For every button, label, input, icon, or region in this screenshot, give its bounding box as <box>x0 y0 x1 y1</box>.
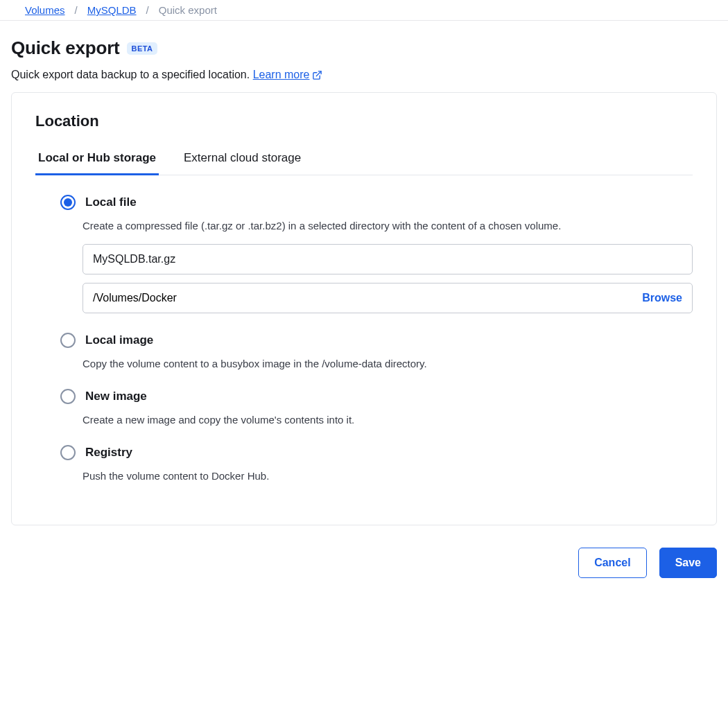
option-description: Push the volume content to Docker Hub. <box>83 470 693 482</box>
option-local-image: Local image Copy the volume content to a… <box>60 333 693 369</box>
filename-input[interactable] <box>83 244 693 274</box>
external-link-icon <box>312 70 322 80</box>
page-header: Quick export BETA Quick export data back… <box>0 21 728 92</box>
option-title: Local file <box>85 195 137 209</box>
svg-line-0 <box>317 71 322 76</box>
breadcrumb-current: Quick export <box>159 4 217 16</box>
tab-local-hub[interactable]: Local or Hub storage <box>35 146 159 175</box>
save-button[interactable]: Save <box>659 548 717 578</box>
option-description: Create a compressed file (.tar.gz or .ta… <box>83 220 693 232</box>
option-title: Local image <box>85 333 153 347</box>
radio-registry[interactable]: Registry <box>60 445 693 460</box>
radio-local-image[interactable]: Local image <box>60 333 693 348</box>
browse-button[interactable]: Browse <box>642 292 682 304</box>
option-registry: Registry Push the volume content to Dock… <box>60 445 693 482</box>
radio-icon <box>60 333 76 348</box>
radio-icon <box>60 445 76 460</box>
radio-icon <box>60 389 76 404</box>
location-card: Location Local or Hub storage External c… <box>11 92 717 525</box>
option-title: Registry <box>85 446 132 460</box>
tab-external-cloud[interactable]: External cloud storage <box>181 146 304 175</box>
page-title: Quick export <box>11 37 120 59</box>
radio-local-file[interactable]: Local file <box>60 195 693 210</box>
beta-badge: BETA <box>127 42 158 55</box>
path-input-group: Browse <box>83 283 693 313</box>
option-title: New image <box>85 390 147 403</box>
breadcrumb-separator: / <box>145 4 150 16</box>
learn-more-link[interactable]: Learn more <box>253 69 323 81</box>
breadcrumb: Volumes / MySQLDB / Quick export <box>0 0 728 21</box>
breadcrumb-link-mysqldb[interactable]: MySQLDB <box>87 4 137 16</box>
radio-icon <box>60 195 76 210</box>
option-local-file: Local file Create a compressed file (.ta… <box>60 195 693 313</box>
page-subtitle: Quick export data backup to a specified … <box>11 69 717 81</box>
footer-actions: Cancel Save <box>0 539 728 592</box>
tabs: Local or Hub storage External cloud stor… <box>35 146 693 175</box>
path-input[interactable] <box>83 283 642 313</box>
card-title: Location <box>35 112 693 130</box>
breadcrumb-link-volumes[interactable]: Volumes <box>25 4 65 16</box>
option-description: Create a new image and copy the volume's… <box>83 414 693 426</box>
option-description: Copy the volume content to a busybox ima… <box>83 358 693 369</box>
radio-new-image[interactable]: New image <box>60 389 693 404</box>
options-list: Local file Create a compressed file (.ta… <box>35 195 693 482</box>
cancel-button[interactable]: Cancel <box>578 548 646 578</box>
option-new-image: New image Create a new image and copy th… <box>60 389 693 426</box>
breadcrumb-separator: / <box>73 4 79 16</box>
